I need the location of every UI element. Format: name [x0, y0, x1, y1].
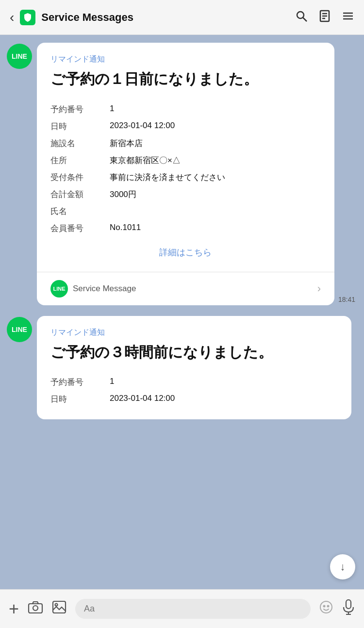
message-input[interactable]	[75, 599, 311, 619]
table-row: 予約番号1	[50, 374, 338, 391]
scroll-to-bottom-button[interactable]: ↓	[330, 554, 355, 579]
image-icon[interactable]	[52, 600, 66, 617]
line-shield-icon	[20, 10, 35, 25]
svg-point-15	[328, 606, 329, 607]
camera-icon[interactable]	[28, 600, 43, 617]
service-message-link-1[interactable]: LINE Service Message ›	[37, 272, 334, 305]
back-button[interactable]: ‹	[10, 10, 14, 25]
notepad-icon[interactable]	[318, 10, 331, 25]
card-title-1: ご予約の１日前になりました。	[50, 69, 321, 89]
message-row-2: LINE リマインド通知 ご予約の３時間前になりました。 予約番号1日時2023…	[7, 316, 357, 420]
info-table-2: 予約番号1日時2023-01-04 12:00	[50, 374, 338, 408]
table-row: 日時2023-01-04 12:00	[50, 118, 321, 135]
avatar: LINE	[7, 44, 32, 69]
chat-area: LINE リマインド通知 ご予約の１日前になりました。 予約番号1日時2023-…	[0, 35, 364, 589]
bottom-bar: +	[0, 589, 364, 628]
page-wrapper: ‹ Service Messages	[0, 0, 364, 628]
detail-link-1[interactable]: 詳細はこちら	[159, 248, 212, 257]
svg-point-12	[55, 604, 58, 606]
table-row: 住所東京都新宿区〇×△	[50, 152, 321, 169]
card-body-1: リマインド通知 ご予約の１日前になりました。 予約番号1日時2023-01-04…	[37, 43, 334, 272]
page-title: Service Messages	[41, 11, 289, 24]
service-label-1: Service Message	[73, 284, 136, 294]
avatar-label: LINE	[12, 52, 27, 60]
chevron-right-icon-1: ›	[317, 282, 321, 295]
message-card-2: リマインド通知 ご予約の３時間前になりました。 予約番号1日時2023-01-0…	[37, 316, 351, 420]
svg-rect-9	[29, 604, 42, 613]
svg-point-13	[320, 601, 332, 613]
svg-point-10	[33, 606, 38, 611]
microphone-icon[interactable]	[342, 599, 355, 618]
scroll-down-icon: ↓	[340, 561, 346, 573]
search-icon[interactable]	[295, 10, 308, 25]
service-avatar-1: LINE	[50, 280, 68, 297]
card-tag-1: リマインド通知	[50, 54, 321, 65]
table-row: 受付条件事前に決済を済ませてください	[50, 169, 321, 186]
header-icons	[295, 10, 354, 25]
card-title-2: ご予約の３時間前になりました。	[50, 343, 338, 363]
svg-rect-11	[53, 601, 66, 613]
table-row: 会員番号No.1011	[50, 220, 321, 237]
card-body-2: リマインド通知 ご予約の３時間前になりました。 予約番号1日時2023-01-0…	[37, 316, 351, 420]
header: ‹ Service Messages	[0, 0, 364, 35]
message-row: LINE リマインド通知 ご予約の１日前になりました。 予約番号1日時2023-…	[7, 43, 357, 305]
card-tag-2: リマインド通知	[50, 328, 338, 338]
timestamp-1: 18:41	[338, 296, 357, 303]
message-card-1: リマインド通知 ご予約の１日前になりました。 予約番号1日時2023-01-04…	[37, 43, 334, 305]
table-row: 氏名	[50, 203, 321, 220]
info-table-1: 予約番号1日時2023-01-04 12:00施設名新宿本店住所東京都新宿区〇×…	[50, 101, 321, 237]
svg-point-0	[297, 12, 304, 18]
menu-icon[interactable]	[342, 10, 354, 25]
avatar-label-2: LINE	[12, 326, 27, 333]
plus-icon[interactable]: +	[9, 599, 19, 619]
svg-rect-16	[346, 600, 351, 609]
table-row: 施設名新宿本店	[50, 135, 321, 152]
emoji-icon[interactable]	[319, 600, 333, 617]
table-row: 日時2023-01-04 12:00	[50, 391, 338, 408]
svg-line-1	[303, 17, 307, 21]
avatar-2: LINE	[7, 317, 32, 342]
table-row: 予約番号1	[50, 101, 321, 118]
table-row: 合計金額3000円	[50, 186, 321, 203]
svg-point-14	[324, 606, 325, 607]
